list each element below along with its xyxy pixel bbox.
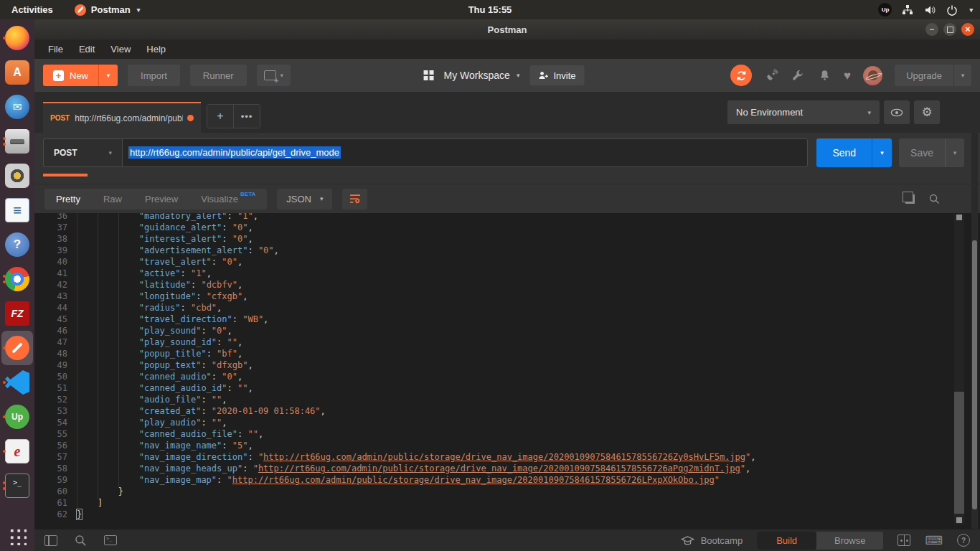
sync-icon[interactable] [730,65,752,86]
dock-item-vscode[interactable] [1,365,33,400]
scrollbar-handle-top[interactable] [956,215,962,220]
add-tab-button[interactable]: + [207,105,233,128]
app-menu-label: Postman [91,4,131,15]
new-dropdown-caret[interactable]: ▾ [98,65,118,86]
dock-item-postman[interactable] [1,331,33,365]
send-dropdown-caret[interactable]: ▾ [872,138,892,167]
avatar[interactable] [863,66,882,85]
url-input[interactable]: http://rt66ug.com/admin/public/api/get_d… [122,138,808,167]
editor-scrollbar[interactable] [954,215,964,524]
power-icon[interactable] [946,4,958,17]
tab-preview[interactable]: Preview [133,189,189,209]
tab-visualize[interactable]: VisualizeBETA [189,189,267,209]
search-icon[interactable] [929,194,940,204]
maximize-button[interactable] [943,23,956,36]
new-button[interactable]: +New ▾ [43,65,118,86]
tab-pretty[interactable]: Pretty [44,189,92,209]
window-scrollbar-thumb[interactable] [972,240,977,509]
clock[interactable]: Thu 15:55 [468,4,512,15]
tab-raw[interactable]: Raw [92,189,133,209]
dock-item-help[interactable] [1,227,33,262]
dock-item-archive[interactable] [1,124,33,159]
workspace-selector[interactable]: My Workspace▾ [444,70,520,81]
dock-item-terminal[interactable] [1,468,33,503]
search-icon[interactable] [75,534,87,547]
format-selector[interactable]: JSON▾ [277,189,332,209]
dock-item-writer[interactable] [1,193,33,227]
wrap-text-icon [349,194,362,204]
environment-quick-look-button[interactable] [884,100,910,124]
request-tab[interactable]: POST http://rt66ug.com/admin/publ... [43,102,201,133]
save-button[interactable]: Save ▾ [899,138,964,167]
copy-icon[interactable] [905,194,915,204]
mail-icon [5,95,29,119]
volume-icon[interactable] [923,4,936,17]
network-icon[interactable] [901,4,914,17]
software-icon [5,60,29,85]
environment-selector[interactable]: No Environment▾ [727,100,880,124]
editor-scrollbar-thumb[interactable] [954,392,964,514]
line-number: 55 [34,428,77,440]
more-tabs-button[interactable]: ••• [233,105,260,128]
settings-button[interactable]: ⚙ [914,100,940,124]
menu-help[interactable]: Help [138,44,174,55]
wrench-icon[interactable] [791,68,805,83]
upgrade-button[interactable]: Upgrade ▾ [895,65,971,86]
ubuntu-dock [0,19,34,551]
bell-icon[interactable] [817,68,831,83]
scrollbar-handle-bottom[interactable] [956,517,962,523]
bootcamp-button[interactable]: Bootcamp [681,535,743,546]
running-indicator [3,37,6,39]
sidebar-toggle-icon[interactable] [44,534,57,547]
import-button[interactable]: Import [128,65,180,86]
dock-item-sign[interactable] [1,434,33,468]
line-number: 61 [34,497,77,509]
build-toggle-button[interactable]: Build [757,532,816,550]
running-indicator [3,347,6,349]
keyboard-shortcuts-icon[interactable]: ⌨ [925,534,943,547]
method-selector[interactable]: POST▾ [43,138,122,167]
dock-item-firefox[interactable] [1,21,33,55]
app-menu[interactable]: Postman ▾ [75,4,140,16]
response-toolbar: Pretty Raw Preview VisualizeBETA JSON▾ [34,184,980,213]
window-titlebar[interactable]: Postman − × [34,19,980,39]
close-button[interactable]: × [961,23,974,36]
sign-icon [5,439,29,463]
help-icon[interactable]: ? [957,534,970,547]
dock-item-filezilla[interactable] [1,296,33,331]
minimize-button[interactable]: − [925,23,938,36]
menu-file[interactable]: File [40,44,71,55]
request-builder: POST▾ http://rt66ug.com/admin/public/api… [34,133,980,172]
two-pane-view-icon[interactable] [897,534,910,547]
dock-item-software[interactable] [1,55,33,90]
chrome-icon [5,267,29,291]
send-button[interactable]: Send ▾ [816,138,892,167]
caret-down-icon[interactable]: ▾ [969,6,973,14]
dock-item-chrome[interactable] [1,262,33,296]
new-window-button[interactable]: ▾ [257,65,291,86]
browse-toggle-button[interactable]: Browse [816,535,883,546]
menu-edit[interactable]: Edit [71,44,103,55]
dock-item-mail[interactable] [1,90,33,124]
show-applications-icon[interactable] [8,527,27,545]
code-line: 49 "popup_text": "dfxgb", [34,359,980,371]
menu-view[interactable]: View [103,44,138,55]
heart-icon[interactable]: ♥ [844,70,851,82]
invite-button[interactable]: Invite [529,65,584,85]
response-body-editor[interactable]: 36 "mandatory_alert": "1",37 "guidance_a… [34,213,980,529]
dock-item-upwork[interactable] [1,400,33,434]
runner-button[interactable]: Runner [190,65,247,86]
line-number: 50 [34,371,77,382]
console-icon[interactable]: >_ [104,534,117,547]
wrap-text-button[interactable] [342,189,367,209]
dock-item-media[interactable] [1,159,33,193]
window-scrollbar[interactable] [971,133,978,529]
upgrade-dropdown-caret[interactable]: ▾ [953,65,971,86]
main-toolbar: +New ▾ Import Runner ▾ My Workspace▾ Inv… [34,59,980,92]
activities-button[interactable]: Activities [11,4,53,15]
upwork-tray-icon[interactable]: Up [878,3,892,17]
new-window-icon [264,70,276,80]
save-dropdown-caret[interactable]: ▾ [945,138,964,167]
upwork-icon [5,405,29,429]
api-network-icon[interactable] [764,68,778,83]
